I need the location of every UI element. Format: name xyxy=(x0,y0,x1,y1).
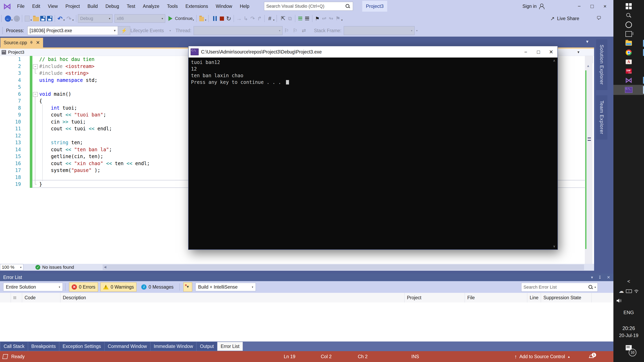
toolbar-grip[interactable] xyxy=(276,15,278,22)
save-all-button[interactable] xyxy=(46,15,53,22)
error-list-body[interactable] xyxy=(0,303,614,342)
active-files-dropdown-icon[interactable]: ▼ xyxy=(585,39,589,44)
column-header-file[interactable]: File xyxy=(465,293,527,303)
menu-extensions[interactable]: Extensions xyxy=(182,0,212,12)
taskbar-item-visual-studio[interactable] xyxy=(614,76,644,85)
notifications-button[interactable]: 1 xyxy=(589,351,594,362)
step-into-button[interactable]: ↳ xyxy=(242,15,249,22)
fold-toggle-icon[interactable]: − xyxy=(33,92,38,97)
column-header-blank-1[interactable] xyxy=(11,293,22,303)
action-center-button[interactable]: 10 xyxy=(614,345,644,356)
search-icon[interactable] xyxy=(588,285,593,290)
find-dropdown-icon[interactable]: ▾ xyxy=(205,18,206,21)
taskbar-item-chrome[interactable] xyxy=(614,48,644,57)
volume-icon[interactable] xyxy=(614,298,644,304)
thread-dropdown[interactable]: ▾ xyxy=(194,26,282,35)
side-tab-solution-explorer[interactable]: Solution Explorer xyxy=(596,39,607,90)
menu-project[interactable]: Project xyxy=(62,0,84,12)
line-operations-button[interactable] xyxy=(297,15,304,22)
sign-in-button[interactable]: Sign in xyxy=(522,0,544,12)
continue-dropdown-icon[interactable]: ▾ xyxy=(192,18,194,21)
background-tasks-icon[interactable] xyxy=(3,351,8,362)
panel-tab-error-list[interactable]: Error List xyxy=(217,342,242,351)
lifecycle-events-button[interactable]: Lifecycle Events xyxy=(130,24,164,37)
suppress-jit-icon[interactable]: ⇄ xyxy=(302,24,306,37)
panel-tab-output[interactable]: Output xyxy=(196,342,217,351)
onedrive-icon[interactable]: ☁ xyxy=(619,288,624,294)
close-button[interactable]: × xyxy=(598,0,612,12)
document-health-indicator[interactable]: ✓ No issues found xyxy=(36,265,74,270)
column-header-blank-0[interactable] xyxy=(0,293,11,303)
scroll-up-icon[interactable]: ▲ xyxy=(586,64,590,68)
column-header-project[interactable]: Project xyxy=(404,293,465,303)
navigate-back-button[interactable]: ← xyxy=(4,15,11,22)
menu-tools[interactable]: Tools xyxy=(163,0,182,12)
filter-button[interactable] xyxy=(183,282,192,292)
column-header-line[interactable]: Line xyxy=(527,293,541,303)
clock-date[interactable]: 20-Jul-19 xyxy=(614,333,644,338)
menu-debug[interactable]: Debug xyxy=(102,0,123,12)
show-next-statement-button[interactable]: → xyxy=(236,15,242,22)
insert-mode-indicator[interactable]: INS xyxy=(411,351,419,362)
search-input[interactable] xyxy=(264,3,345,9)
console-title-bar[interactable]: C:\Users\Admin\source\repos\Project3\Deb… xyxy=(188,46,558,57)
search-options-icon[interactable]: ▾ xyxy=(594,286,596,289)
panel-tab-breakpoints[interactable]: Breakpoints xyxy=(28,342,59,351)
undo-button[interactable]: ↶ xyxy=(56,15,64,22)
continue-button[interactable] xyxy=(168,15,175,22)
taskbar-item-autocad[interactable] xyxy=(614,57,644,66)
taskbar-item-solidworks[interactable] xyxy=(614,66,644,76)
minimize-button[interactable]: − xyxy=(573,0,586,12)
code-map-dropdown-icon[interactable]: ▾ xyxy=(273,18,274,21)
navigate-forward-button[interactable]: → xyxy=(14,15,20,22)
menu-analyze[interactable]: Analyze xyxy=(139,0,163,12)
menu-file[interactable]: File xyxy=(13,0,28,12)
panel-tab-command-window[interactable]: Command Window xyxy=(105,342,150,351)
taskbar-item-file-explorer[interactable] xyxy=(614,39,644,48)
toolbar-grip[interactable] xyxy=(1,15,3,22)
maximize-button[interactable]: □ xyxy=(586,0,598,12)
navigation-dropdown-icon[interactable]: ▼ xyxy=(577,50,580,54)
error-list-title-bar[interactable]: Error List ▾ ↧ ✕ xyxy=(0,274,614,281)
stop-debugging-button[interactable] xyxy=(218,15,225,22)
console-minimize-button[interactable]: − xyxy=(520,46,532,57)
process-dropdown[interactable]: [18036] Project3.exe▼ xyxy=(27,26,118,35)
console-scroll-up-icon[interactable]: ∧ xyxy=(553,59,556,62)
column-header-description[interactable]: Description xyxy=(60,293,404,303)
window-position-dropdown-icon[interactable]: ▾ xyxy=(591,275,593,280)
editor-horizontal-scrollbar[interactable]: ◀ xyxy=(103,265,584,270)
code-map-button[interactable]: # xyxy=(266,15,273,22)
scope-dropdown[interactable]: Entire Solution▾ xyxy=(3,283,63,291)
pin-panel-icon[interactable]: ↧ xyxy=(598,275,602,280)
pin-icon[interactable] xyxy=(30,41,33,44)
undo-dropdown-icon[interactable]: ▾ xyxy=(64,18,65,21)
panel-tab-call-stack[interactable]: Call Stack xyxy=(0,342,28,351)
menu-edit[interactable]: Edit xyxy=(28,0,44,12)
breadcrumb-project[interactable]: Project3 xyxy=(8,50,24,55)
add-to-source-control-button[interactable]: ↑ Add to Source Control ▲ xyxy=(514,351,570,362)
toolbar-grip[interactable] xyxy=(2,27,4,34)
panel-tab-immediate-window[interactable]: Immediate Window xyxy=(150,342,196,351)
line-indicator[interactable]: Ln 19 xyxy=(284,351,296,362)
flag-threads-icon[interactable]: ⚐ xyxy=(284,24,289,37)
menu-help[interactable]: Help xyxy=(236,0,253,12)
previous-bookmark-button[interactable]: ↫ xyxy=(321,15,328,22)
solution-configuration-dropdown[interactable]: Debug▾ xyxy=(78,14,112,23)
flag-filter-icon[interactable]: ⚐ xyxy=(293,24,298,37)
step-over-button[interactable]: ↷ xyxy=(249,15,256,22)
side-tab-team-explorer[interactable]: Team Explorer xyxy=(596,95,607,140)
continue-label[interactable]: Continue xyxy=(175,16,192,21)
next-bookmark-button[interactable]: ↬ xyxy=(328,15,334,22)
lifecycle-dropdown-icon[interactable]: ▾ xyxy=(170,24,171,37)
live-share-button[interactable]: ↗ Live Share xyxy=(550,12,579,24)
column-header-suppression-state[interactable]: Suppression State xyxy=(541,293,592,303)
scroll-left-icon[interactable]: ◀ xyxy=(104,265,106,269)
redo-button[interactable]: ↷ xyxy=(66,15,72,22)
new-project-button[interactable] xyxy=(24,15,30,22)
menu-build[interactable]: Build xyxy=(84,0,102,12)
search-icon[interactable] xyxy=(345,3,350,9)
toolbar-grip[interactable] xyxy=(208,15,210,22)
toolbar-options-icon[interactable]: ▾ xyxy=(416,24,418,37)
navigate-back-dropdown-icon[interactable]: ▾ xyxy=(11,18,13,21)
panel-splitter[interactable] xyxy=(0,271,614,274)
